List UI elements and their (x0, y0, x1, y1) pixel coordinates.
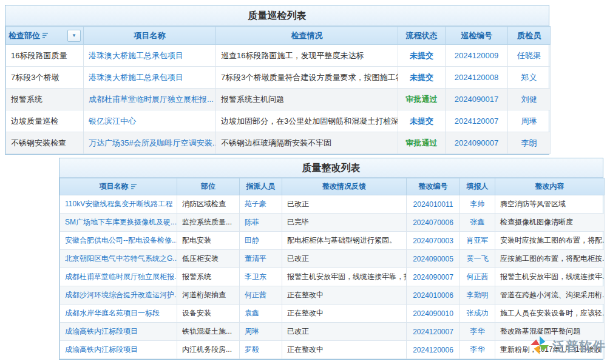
table-row: 成都水岸华庭名苑项目一标段 设备安装 袁鑫 正在整改中 2024090010 张… (60, 305, 605, 323)
cell-part: 配电安装 (177, 232, 240, 250)
col-header-status[interactable]: 流程状态 (398, 27, 446, 45)
cell-assignee-link[interactable]: 周琳 (240, 323, 282, 341)
cell-part: 低压柜安装 (177, 250, 240, 268)
cell-part: 16标段路面质量 (6, 45, 84, 67)
cell-project-link[interactable]: 成渝高铁内江标段项目 (60, 341, 177, 359)
cell-assignee-link[interactable]: 陈菲 (240, 214, 282, 232)
col-header-project[interactable]: 项目名称 (84, 27, 216, 45)
cell-project-link[interactable]: 成都杜甫草堂临时展厅独立展柜报... (60, 268, 177, 286)
status-badge: 未提交 (398, 45, 446, 67)
cell-inspector-link[interactable]: 郑义 (508, 67, 551, 89)
cell-inspector-link[interactable]: 刘健 (508, 89, 551, 110)
cell-reporter-link[interactable]: 张成功 (460, 305, 495, 323)
table-row: 16标段路面质量 港珠澳大桥施工总承包项目 巡查16标段路面施工，发现平整度未达… (6, 45, 551, 67)
col-header-part[interactable]: 部位 (177, 178, 240, 195)
cell-reporter-link[interactable]: 何正茜 (460, 268, 495, 286)
cell-assignee-link[interactable]: 罗毅 (240, 341, 282, 359)
col-header-check-part-label: 检查部位 (8, 30, 40, 41)
sort-icon[interactable] (131, 183, 138, 190)
cell-code-link[interactable]: 2024090017 (446, 89, 508, 110)
cell-feedback: 正在整改中 (282, 286, 407, 305)
cell-code-link[interactable]: 2024120009 (446, 45, 508, 67)
cell-detail: 不锈钢边框玻璃隔断安装不牢固 (216, 132, 398, 154)
cell-feedback: 已改正 (282, 323, 407, 341)
cell-assignee-link[interactable]: 何正茜 (240, 286, 282, 305)
cell-code-link[interactable]: 2024010011 (407, 195, 460, 214)
sort-icon[interactable] (42, 32, 49, 39)
col-header-inspector[interactable]: 质检员 (508, 27, 551, 45)
col-header-assignee[interactable]: 指派人员 (240, 178, 282, 195)
cell-feedback: 报警主机安放牢固，线缆连接牢靠，报... (282, 268, 407, 286)
cell-project-link[interactable]: 安徽合肥供电公司--配电设备检修... (60, 232, 177, 250)
brand-watermark: 泛普软件 (529, 335, 606, 358)
cell-assignee-link[interactable]: 董清平 (240, 250, 282, 268)
cell-code-link[interactable]: 2024070006 (407, 214, 460, 232)
cell-code-link[interactable]: 2024010006 (407, 286, 460, 305)
col-header-project-label: 项目名称 (100, 181, 129, 192)
col-header-project[interactable]: 项目名称 (60, 178, 177, 195)
col-header-code[interactable]: 巡检编号 (446, 27, 508, 45)
cell-code-link[interactable]: 2024090007 (446, 132, 508, 154)
inspection-panel: 质量巡检列表 检查部位 ▼ 项目名称 (5, 5, 549, 155)
rectification-table: 项目名称 部位 指派人员 整改情况反馈 整改编号 填报人 整改内容 110kV安… (59, 178, 605, 359)
cell-detail: 报警系统主机问题 (216, 89, 398, 110)
table-row: 110kV安徽线程集变开断线路工程 消防区域检查 苑子豪 已改正 2024010… (60, 195, 605, 214)
cell-project-link[interactable]: 银亿滨江中心 (84, 110, 216, 132)
cell-content: 施工人员在安装设备时，应该轻... (495, 305, 605, 323)
cell-reporter-link[interactable]: 肖亚军 (460, 232, 495, 250)
table-row: 不锈钢安装检查 万达广场35#会所及咖啡厅空调安装... 不锈钢边框玻璃隔断安装… (6, 132, 551, 154)
table-row: 北京朝阳区电气中芯特气系统之G... 低压柜安装 董清平 已改正 2024090… (60, 250, 605, 268)
fanpu-pinwheel-logo-icon (529, 335, 550, 358)
table-row: 安徽合肥供电公司--配电设备检修... 配电安装 田静 配电柜柜体与基础型钢进行… (60, 232, 605, 250)
cell-content: 安装时应按施工图的布置，将配... (495, 232, 605, 250)
table-row: 报警系统 成都杜甫草堂临时展厅独立展柜报... 报警系统主机问题 审批通过 20… (6, 89, 551, 110)
cell-assignee-link[interactable]: 田静 (240, 232, 282, 250)
cell-reporter-link[interactable]: 黄一飞 (460, 250, 495, 268)
cell-code-link[interactable]: 2024070003 (407, 232, 460, 250)
cell-reporter-link[interactable]: 李勤明 (460, 286, 495, 305)
col-header-content[interactable]: 整改内容 (495, 178, 605, 195)
cell-assignee-link[interactable]: 李卫东 (240, 268, 282, 286)
cell-part: 消防区域检查 (177, 195, 240, 214)
cell-code-link[interactable]: 2024090007 (407, 268, 460, 286)
cell-code-link[interactable]: 2024090005 (407, 250, 460, 268)
cell-reporter-link[interactable]: 张鑫 (460, 214, 495, 232)
cell-project-link[interactable]: 成都水岸华庭名苑项目一标段 (60, 305, 177, 323)
cell-project-link[interactable]: 港珠澳大桥施工总承包项目 (84, 67, 216, 89)
col-header-check-part[interactable]: 检查部位 ▼ (6, 27, 84, 45)
cell-project-link[interactable]: 港珠澳大桥施工总承包项目 (84, 45, 216, 67)
cell-inspector-link[interactable]: 李朗 (508, 132, 551, 154)
cell-project-link[interactable]: 成都沙河环境综合提升改造运河护... (60, 286, 177, 305)
cell-content: 报警主机安放牢固，线缆连接牢... (495, 268, 605, 286)
col-header-code[interactable]: 整改编号 (407, 178, 460, 195)
rectification-title: 质量整改列表 (59, 158, 603, 178)
filter-dropdown-button[interactable]: ▼ (67, 30, 81, 42)
cell-project-link[interactable]: 万达广场35#会所及咖啡厅空调安装... (84, 132, 216, 154)
table-row: 成渝高铁内江标段项目 铁轨混凝土施... 周琳 已改正 2024120007 李… (60, 323, 605, 341)
cell-project-link[interactable]: 北京朝阳区电气中芯特气系统之G... (60, 250, 177, 268)
cell-project-link[interactable]: 成都杜甫草堂临时展厅独立展柜报... (84, 89, 216, 110)
cell-reporter-link[interactable]: 李华 (460, 323, 495, 341)
cell-part: 监控系统质量... (177, 214, 240, 232)
cell-inspector-link[interactable]: 周琳 (508, 110, 551, 132)
cell-project-link[interactable]: 110kV安徽线程集变开断线路工程 (60, 195, 177, 214)
cell-code-link[interactable]: 2024120007 (407, 323, 460, 341)
rectification-panel: 质量整改列表 项目名称 部位 指派人员 整改情况反馈 整改编号 (59, 158, 603, 360)
cell-code-link[interactable]: 2024120007 (446, 110, 508, 132)
col-header-reporter[interactable]: 填报人 (460, 178, 495, 195)
cell-project-link[interactable]: 成渝高铁内江标段项目 (60, 323, 177, 341)
cell-project-link[interactable]: SM广场地下车库更换摄像机及硬... (60, 214, 177, 232)
cell-inspector-link[interactable]: 任晓渠 (508, 45, 551, 67)
cell-reporter-link[interactable]: 李帅 (460, 195, 495, 214)
cell-part: 设备安装 (177, 305, 240, 323)
cell-code-link[interactable]: 2024120008 (446, 67, 508, 89)
cell-assignee-link[interactable]: 苑子豪 (240, 195, 282, 214)
cell-assignee-link[interactable]: 袁鑫 (240, 305, 282, 323)
cell-part: 铁轨混凝土施... (177, 323, 240, 341)
cell-code-link[interactable]: 2024120006 (407, 341, 460, 359)
col-header-feedback[interactable]: 整改情况反馈 (282, 178, 407, 195)
col-header-detail[interactable]: 检查情况 (216, 27, 398, 45)
cell-code-link[interactable]: 2024090010 (407, 305, 460, 323)
cell-reporter-link[interactable]: 李华 (460, 341, 495, 359)
cell-feedback: 正在整改中 (282, 305, 407, 323)
